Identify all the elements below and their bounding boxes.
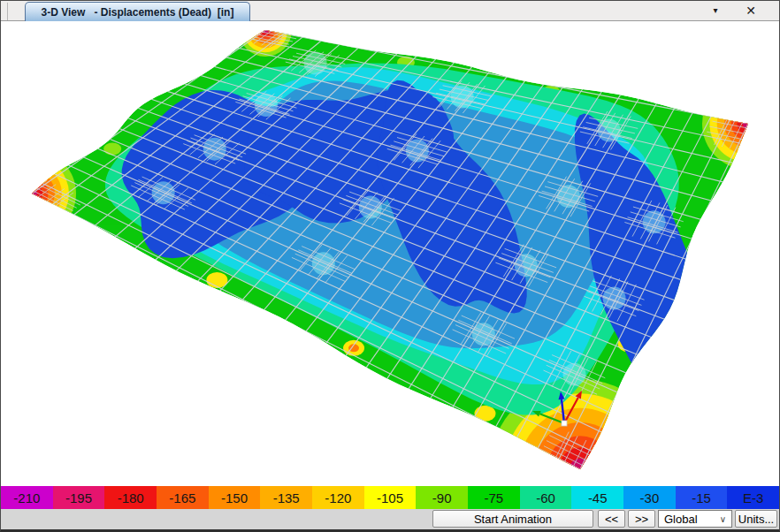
legend-band: -75 xyxy=(468,486,520,509)
legend-band-label: -60 xyxy=(536,490,555,505)
legend-band: -180 xyxy=(104,486,157,509)
legend-band-label: -30 xyxy=(640,490,660,505)
legend-band-label: -165 xyxy=(169,490,195,505)
legend-band: -195 xyxy=(53,486,105,509)
legend-band-label: -90 xyxy=(432,490,452,505)
legend-band-label: -105 xyxy=(377,490,403,505)
close-icon[interactable]: ✕ xyxy=(740,1,761,20)
legend-band-label: -135 xyxy=(273,490,300,505)
legend-band-label: -180 xyxy=(118,490,144,505)
3d-view-canvas[interactable] xyxy=(1,21,779,486)
start-animation-button[interactable]: Start Animation xyxy=(432,510,593,528)
view-tab-title: 3-D View - Displacements (Dead) [in] xyxy=(42,6,234,19)
contour-legend: -210-195-180-165-150-135-120-105-90-75-6… xyxy=(1,486,779,509)
legend-band: -150 xyxy=(209,486,261,509)
view-tab[interactable]: 3-D View - Displacements (Dead) [in] xyxy=(25,2,250,21)
legend-band: -165 xyxy=(157,486,209,509)
legend-band-label: -210 xyxy=(13,490,40,505)
control-bar: Start Animation << >> Global ∨ Units... xyxy=(1,509,779,529)
app-window: 3-D View - Displacements (Dead) [in] ▾ ✕… xyxy=(0,0,780,532)
legend-band: -105 xyxy=(364,486,417,509)
legend-band-label: E-3 xyxy=(743,490,763,505)
legend-band: -15 xyxy=(676,486,728,509)
legend-band-label: -75 xyxy=(485,490,504,505)
legend-band: -90 xyxy=(416,486,468,509)
legend-band-label: -15 xyxy=(692,490,711,505)
legend-band: -135 xyxy=(260,486,312,509)
legend-band: -210 xyxy=(1,486,53,509)
legend-band: -60 xyxy=(520,486,572,509)
coordinate-system-select[interactable]: Global ∨ xyxy=(658,510,732,528)
legend-band-label: -195 xyxy=(65,490,92,505)
tab-menu-icon[interactable]: ▾ xyxy=(707,1,724,20)
legend-band-label: -150 xyxy=(221,490,248,505)
legend-band: -30 xyxy=(623,486,676,509)
tab-bar: 3-D View - Displacements (Dead) [in] ▾ ✕ xyxy=(1,1,779,21)
legend-band-label: -120 xyxy=(325,490,351,505)
step-forward-button[interactable]: >> xyxy=(628,510,655,528)
units-button[interactable]: Units... xyxy=(735,510,777,528)
legend-band-label: -45 xyxy=(588,490,608,505)
legend-band: -45 xyxy=(571,486,623,509)
legend-band: E-3 xyxy=(727,486,779,509)
legend-band: -120 xyxy=(312,486,364,509)
step-back-button[interactable]: << xyxy=(598,510,625,528)
coordinate-system-value: Global xyxy=(664,513,698,526)
tab-strip-edge xyxy=(7,3,8,20)
chevron-down-icon: ∨ xyxy=(720,514,726,524)
